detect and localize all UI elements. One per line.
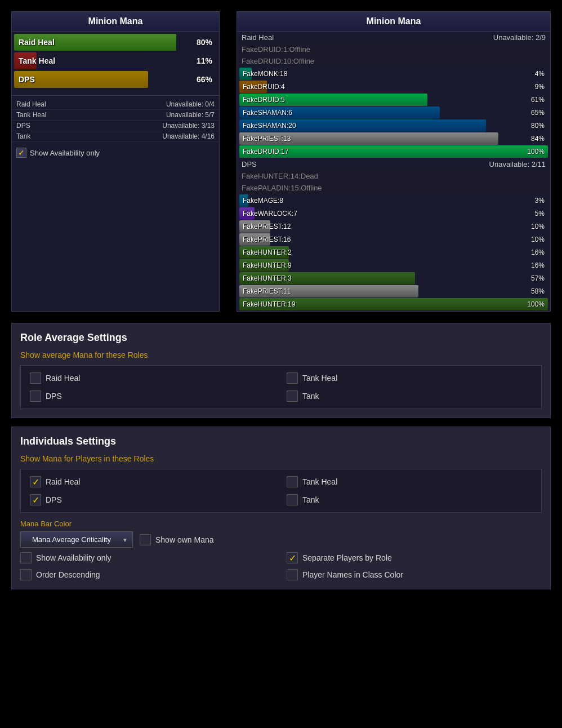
- role-avg-subtitle: Show average Mana for these Roles: [20, 350, 542, 359]
- unavail-dps-role: DPS: [16, 122, 30, 130]
- individuals-box: ✓ Raid Heal Tank Heal ✓ DPS Tank: [20, 469, 542, 513]
- ind-dps-checkbox[interactable]: ✓: [30, 494, 41, 505]
- player-priest12: FakePRIEST:12 10%: [239, 220, 548, 233]
- divider: [12, 95, 219, 96]
- settings-area: Role Average Settings Show average Mana …: [0, 317, 562, 603]
- role-avg-tank-label: Tank: [302, 392, 319, 401]
- show-own-mana-label[interactable]: Show own Mana: [140, 534, 214, 545]
- order-descending-checkbox[interactable]: [20, 569, 32, 580]
- unavail-tank-status: Unavailable: 4/16: [162, 132, 215, 140]
- role-bar-tank-heal: Tank Heal 11%: [14, 52, 217, 69]
- role-avg-checkboxes: Raid Heal Tank Heal DPS Tank: [30, 372, 532, 402]
- dps-pct: 66%: [197, 75, 212, 84]
- ind-tank-label: Tank: [302, 495, 319, 504]
- hunter19-pct: 100%: [527, 300, 545, 308]
- role-avg-tank-heal[interactable]: Tank Heal: [287, 372, 532, 384]
- hunter3-name: FakeHUNTER:3: [239, 272, 292, 285]
- show-own-mana-text: Show own Mana: [155, 535, 214, 544]
- player-druid5: FakeDRUID:5 61%: [239, 94, 548, 106]
- priest16-name: FakePRIEST:16: [239, 233, 291, 246]
- show-own-mana-checkbox[interactable]: [140, 534, 151, 545]
- separate-by-role-text: Separate Players by Role: [302, 553, 392, 562]
- tank-heal-pct: 11%: [197, 56, 212, 65]
- druid5-pct: 61%: [531, 96, 545, 104]
- hunter19-name: FakeHUNTER:19: [239, 298, 295, 310]
- ind-tank-heal[interactable]: Tank Heal: [287, 476, 532, 487]
- priest16-pct: 10%: [531, 236, 545, 243]
- priest12-name: FakePRIEST:12: [239, 220, 291, 233]
- mana-criticality-dropdown[interactable]: Mana Average Criticality ▼: [20, 531, 133, 548]
- role-avg-settings-panel: Role Average Settings Show average Mana …: [11, 323, 551, 418]
- ind-raid-heal-checkbox[interactable]: ✓: [30, 476, 41, 487]
- unavail-tank: Tank Unavailable: 4/16: [12, 131, 219, 142]
- shaman6-name: FakeSHAMAN:6: [239, 106, 292, 119]
- unavail-dps: DPS Unavailable: 3/13: [12, 121, 219, 131]
- unavail-th-role: Tank Heal: [16, 111, 46, 119]
- ind-dps-label: DPS: [46, 495, 62, 504]
- dps-label: DPS: [14, 71, 35, 88]
- unavail-th-status: Unavailable: 5/7: [166, 111, 215, 119]
- shaman6-pct: 65%: [531, 109, 545, 117]
- right-panel-title: Minion Mana: [237, 12, 550, 32]
- dropdown-arrow-icon: ▼: [122, 536, 128, 543]
- player-warlock7: FakeWARLOCK:7 5%: [239, 207, 548, 220]
- player-names-class-color-label[interactable]: Player Names in Class Color: [287, 569, 542, 580]
- ind-tank-heal-label: Tank Heal: [302, 477, 337, 486]
- unavail-tank-role: Tank: [16, 132, 30, 140]
- player-names-class-color-text: Player Names in Class Color: [302, 570, 403, 579]
- priest13-name: FakePRIEST:13: [239, 132, 291, 145]
- role-avg-raid-heal-label: Raid Heal: [46, 374, 80, 383]
- separate-by-role-checkbox[interactable]: ✓: [287, 552, 298, 563]
- show-avail-checkbox[interactable]: ✓: [16, 148, 26, 158]
- individuals-checkboxes: ✓ Raid Heal Tank Heal ✓ DPS Tank: [30, 476, 532, 505]
- role-avg-raid-heal-checkbox[interactable]: [30, 372, 41, 384]
- raid-heal-label: Raid Heal: [14, 34, 55, 51]
- mana-bar-color-label: Mana Bar Color: [20, 520, 542, 528]
- player-mage8: FakeMAGE:8 3%: [239, 194, 548, 207]
- offline-druid1: FakeDRUID:1:Offline: [237, 43, 550, 55]
- ind-tank[interactable]: Tank: [287, 494, 532, 505]
- role-avg-raid-heal[interactable]: Raid Heal: [30, 372, 275, 384]
- separate-by-role-label[interactable]: ✓ Separate Players by Role: [287, 552, 542, 563]
- role-avg-tank-heal-checkbox[interactable]: [287, 372, 298, 384]
- individuals-subtitle: Show Mana for Players in these Roles: [20, 454, 542, 463]
- mage8-pct: 3%: [535, 197, 545, 205]
- dps-header-label: DPS: [242, 160, 257, 168]
- player-hunter2: FakeHUNTER:2 16%: [239, 246, 548, 259]
- role-avg-dps[interactable]: DPS: [30, 390, 275, 402]
- tank-heal-label: Tank Heal: [14, 52, 55, 69]
- offline-druid10: FakeDRUID:10:Offline: [237, 55, 550, 67]
- show-avail-row: ✓ Show Availability only: [12, 142, 219, 163]
- dropdown-row: Mana Average Criticality ▼ Show own Mana: [20, 531, 542, 548]
- role-avg-dps-checkbox[interactable]: [30, 390, 41, 402]
- role-bar-raid-heal: Raid Heal 80%: [14, 34, 217, 51]
- show-avail-checkbox-label[interactable]: ✓ Show Availability only: [16, 148, 215, 158]
- druid4-pct: 9%: [535, 83, 545, 91]
- show-avail-only-label[interactable]: Show Availability only: [20, 552, 275, 563]
- ind-raid-heal[interactable]: ✓ Raid Heal: [30, 476, 275, 487]
- priest13-pct: 84%: [531, 135, 545, 143]
- warlock7-pct: 5%: [535, 210, 545, 217]
- dps-header-status: Unavailable: 2/11: [489, 160, 546, 168]
- hunter2-pct: 16%: [531, 248, 545, 256]
- role-avg-tank[interactable]: Tank: [287, 390, 532, 402]
- unavail-raid-heal: Raid Heal Unavailable: 0/4: [12, 99, 219, 110]
- rh-header-row: Raid Heal Unavailable: 2/9: [237, 32, 550, 43]
- role-avg-box: Raid Heal Tank Heal DPS Tank: [20, 365, 542, 409]
- order-descending-label[interactable]: Order Descending: [20, 569, 275, 580]
- ind-tank-checkbox[interactable]: [287, 494, 298, 505]
- ind-dps[interactable]: ✓ DPS: [30, 494, 275, 505]
- player-priest13: FakePRIEST:13 84%: [239, 132, 548, 145]
- player-druid17: FakeDRUID:17 100%: [239, 145, 548, 158]
- shaman20-pct: 80%: [531, 122, 545, 130]
- role-avg-tank-checkbox[interactable]: [287, 390, 298, 402]
- ind-tank-heal-checkbox[interactable]: [287, 476, 298, 487]
- hunter9-name: FakeHUNTER:9: [239, 259, 292, 272]
- role-avg-tank-heal-label: Tank Heal: [302, 374, 337, 383]
- mage8-name: FakeMAGE:8: [239, 194, 283, 207]
- show-avail-only-checkbox[interactable]: [20, 552, 32, 563]
- player-shaman20: FakeSHAMAN:20 80%: [239, 119, 548, 132]
- show-avail-label: Show Availability only: [30, 149, 100, 157]
- druid4-name: FakeDRUID:4: [239, 81, 285, 93]
- player-names-class-color-checkbox[interactable]: [287, 569, 298, 580]
